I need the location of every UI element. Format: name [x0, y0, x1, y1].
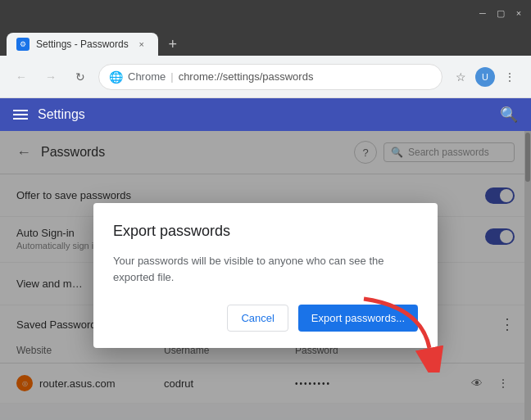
url-separator: |: [170, 70, 173, 83]
tab-bar: ⚙ Settings - Passwords × +: [0, 26, 531, 56]
page-content: ← Passwords ? 🔍 Search passwords Offer t…: [0, 131, 531, 420]
minimize-button[interactable]: ─: [477, 7, 488, 19]
dialog-title: Export passwords: [113, 223, 418, 240]
settings-search-button[interactable]: 🔍: [500, 106, 518, 124]
title-bar: ─ ▢ ×: [0, 0, 531, 26]
dialog-actions: Cancel Export passwords...: [113, 305, 418, 332]
hamburger-line-2: [13, 114, 28, 115]
hamburger-menu-button[interactable]: [13, 110, 28, 120]
forward-button[interactable]: →: [39, 65, 62, 88]
tab-close-button[interactable]: ×: [135, 38, 148, 51]
hamburger-line-3: [13, 118, 28, 120]
dialog-message: Your passwords will be visible to anyone…: [113, 253, 418, 285]
browser-menu-button[interactable]: ⋮: [498, 65, 521, 88]
url-bar[interactable]: 🌐 Chrome | chrome://settings/passwords: [98, 64, 442, 90]
dialog-wrapper: Export passwords Your passwords will be …: [93, 203, 438, 348]
export-passwords-dialog: Export passwords Your passwords will be …: [93, 203, 438, 348]
active-tab[interactable]: ⚙ Settings - Passwords ×: [7, 33, 158, 56]
settings-toolbar-title: Settings: [38, 107, 490, 122]
tab-favicon: ⚙: [16, 38, 30, 51]
new-tab-button[interactable]: +: [161, 33, 184, 56]
tab-label: Settings - Passwords: [36, 38, 129, 50]
address-bar: ← → ↻ 🌐 Chrome | chrome://settings/passw…: [0, 56, 531, 98]
reload-button[interactable]: ↻: [69, 65, 92, 88]
address-actions: ☆ U ⋮: [449, 65, 521, 88]
back-button[interactable]: ←: [10, 65, 33, 88]
url-prefix: Chrome: [128, 70, 166, 83]
url-path: chrome://settings/passwords: [179, 70, 314, 83]
modal-overlay: Export passwords Your passwords will be …: [0, 131, 531, 420]
url-lock-icon: 🌐: [109, 70, 123, 84]
window-controls: ─ ▢ ×: [477, 7, 524, 19]
maximize-button[interactable]: ▢: [495, 7, 506, 19]
close-window-button[interactable]: ×: [513, 7, 524, 19]
settings-toolbar: Settings 🔍: [0, 98, 531, 131]
avatar[interactable]: U: [475, 67, 495, 87]
bookmark-button[interactable]: ☆: [449, 65, 472, 88]
hamburger-line-1: [13, 110, 28, 111]
export-passwords-button[interactable]: Export passwords...: [298, 305, 418, 332]
cancel-button[interactable]: Cancel: [227, 305, 288, 332]
